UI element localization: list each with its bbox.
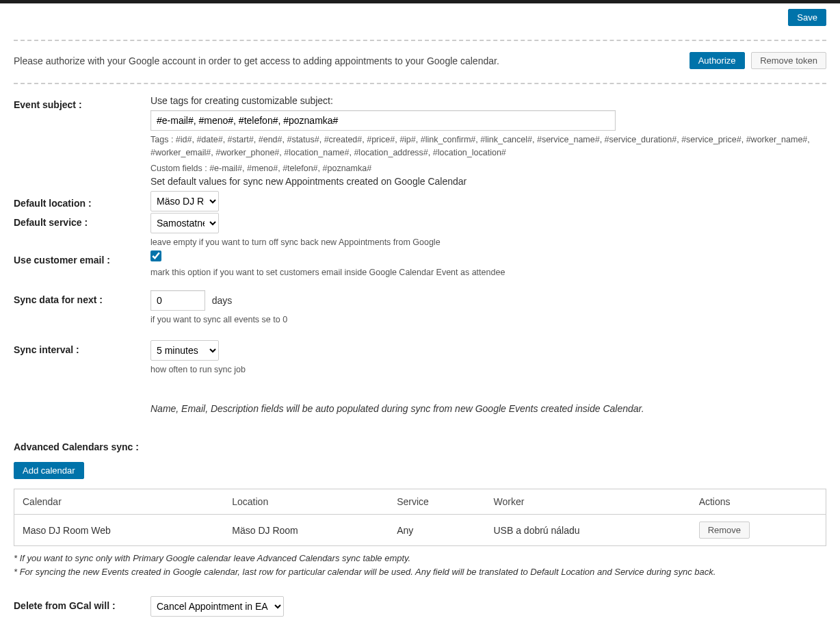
cell-actions: Remove	[691, 515, 826, 546]
sync-next-row: Sync data for next : days if you want to…	[14, 290, 826, 326]
top-toolbar: Save	[14, 3, 826, 36]
sync-interval-label: Sync interval :	[14, 340, 150, 355]
delete-gcal-row: Delete from GCal will : Cancel Appointme…	[14, 596, 826, 617]
event-subject-tags: Tags : #id#, #date#, #start#, #end#, #st…	[150, 133, 826, 159]
sync-interval-row: Sync interval : 5 minutes how often to r…	[14, 340, 826, 376]
settings-page: Save Please authorize with your Google a…	[0, 0, 840, 618]
col-service: Service	[389, 489, 485, 515]
auth-message: Please authorize with your Google accoun…	[14, 55, 499, 66]
auto-populate-note: Name, Email, Description fields will be …	[150, 403, 826, 414]
col-worker: Worker	[486, 489, 691, 515]
cell-calendar: Maso DJ Room Web	[14, 515, 224, 546]
default-location-intro: Set default values for sync new Appointm…	[150, 176, 826, 187]
add-calendar-button[interactable]: Add calendar	[14, 462, 84, 479]
default-location-label: Default location :	[14, 194, 150, 209]
sync-interval-help: how often to run sync job	[150, 363, 826, 376]
cell-service: Any	[389, 515, 485, 546]
default-location-select[interactable]: Mäso DJ Ro	[150, 191, 219, 211]
advanced-calendars-label: Advanced Calendars sync :	[14, 441, 826, 452]
use-customer-email-help: mark this option if you want to set cust…	[150, 266, 826, 279]
advanced-footnote-2: * For syncing the new Events created in …	[14, 565, 826, 579]
default-location-row: Default location : Set default values fo…	[14, 194, 826, 211]
auth-row: Please authorize with your Google accoun…	[14, 45, 826, 79]
default-service-label: Default service :	[14, 213, 150, 228]
auto-populate-row: Name, Email, Description fields will be …	[14, 387, 826, 414]
delete-gcal-label: Delete from GCal will :	[14, 596, 150, 611]
event-subject-intro: Use tags for creating customizable subje…	[150, 95, 826, 106]
col-location: Location	[224, 489, 389, 515]
default-service-select[interactable]: Samostatné	[150, 213, 219, 233]
col-actions: Actions	[691, 489, 826, 515]
sync-interval-select[interactable]: 5 minutes	[150, 340, 219, 361]
auth-buttons: Authorize Remove token	[685, 52, 826, 69]
sync-next-help: if you want to sync all events se to 0	[150, 313, 826, 326]
authorize-button[interactable]: Authorize	[690, 52, 745, 69]
event-subject-custom-fields: Custom fields : #e-mail#, #meno#, #telef…	[150, 162, 826, 175]
cell-location: Mäso DJ Room	[224, 515, 389, 546]
event-subject-input[interactable]	[150, 110, 616, 131]
delete-gcal-select[interactable]: Cancel Appointment in EA	[150, 596, 284, 617]
col-calendar: Calendar	[14, 489, 224, 515]
event-subject-label: Event subject :	[14, 95, 150, 110]
advanced-calendars-table: Calendar Location Service Worker Actions…	[14, 489, 826, 546]
table-row: Maso DJ Room Web Mäso DJ Room Any USB a …	[14, 515, 826, 546]
remove-token-button[interactable]: Remove token	[751, 52, 826, 69]
use-customer-email-label: Use customer email :	[14, 250, 150, 266]
remove-calendar-button[interactable]: Remove	[699, 522, 750, 539]
sync-next-label: Sync data for next :	[14, 290, 150, 305]
use-customer-email-row: Use customer email : mark this option if…	[14, 250, 826, 279]
divider	[14, 40, 826, 41]
advanced-footnote-1: * If you want to sync only with Primary …	[14, 552, 826, 565]
sync-next-suffix: days	[212, 295, 233, 306]
event-subject-row: Event subject : Use tags for creating cu…	[14, 95, 826, 175]
save-button[interactable]: Save	[788, 9, 826, 26]
use-customer-email-checkbox[interactable]	[150, 250, 161, 261]
sync-next-input[interactable]	[150, 290, 205, 311]
divider	[14, 83, 826, 84]
default-service-row: Default service : Samostatné leave empty…	[14, 213, 826, 249]
cell-worker: USB a dobrú náladu	[486, 515, 691, 546]
default-service-help: leave empty if you want to turn off sync…	[150, 236, 826, 249]
